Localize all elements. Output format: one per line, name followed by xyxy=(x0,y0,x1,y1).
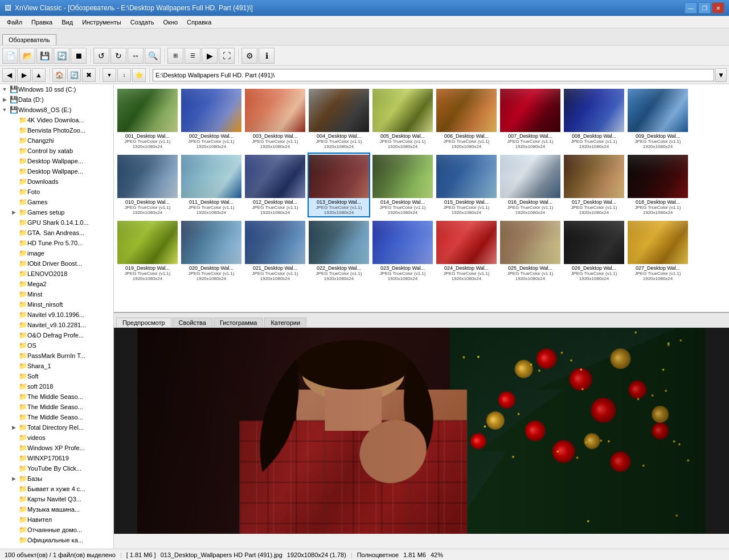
tree-item-20[interactable]: 📁Minst xyxy=(0,289,113,299)
flip-h-button[interactable]: ↔ xyxy=(128,48,144,64)
thumbnail-item-11[interactable]: 012_Desktop Wal...JPEG TrueColor (v1.1)1… xyxy=(244,153,306,217)
tree-item-16[interactable]: 📁image xyxy=(0,248,113,258)
tree-item-9[interactable]: 📁Downloads xyxy=(0,176,113,187)
tree-expand-1[interactable]: ▶ xyxy=(0,95,9,104)
thumbnail-item-5[interactable]: 006_Desktop Wal...JPEG TrueColor (v1.1)1… xyxy=(435,87,498,151)
tree-item-25[interactable]: 📁OS xyxy=(0,340,113,351)
tree-expand-33[interactable]: ▶ xyxy=(9,423,18,432)
thumbnail-item-26[interactable]: 027_Desktop Wal...JPEG TrueColor (v1.1)1… xyxy=(626,219,689,283)
search-button[interactable]: 🔍 xyxy=(145,48,161,64)
preview-tab-categories[interactable]: Категории xyxy=(264,318,306,327)
menu-file[interactable]: Файл xyxy=(2,18,27,27)
tree-item-19[interactable]: 📁Mega2 xyxy=(0,279,113,289)
nav-up-button[interactable]: ▲ xyxy=(32,68,46,82)
thumbnail-item-22[interactable]: 023_Desktop Wal...JPEG TrueColor (v1.1)1… xyxy=(371,219,434,283)
nav-refresh-button[interactable]: 🔄 xyxy=(67,68,81,82)
settings-button[interactable]: ⚙ xyxy=(241,48,257,64)
minimize-button[interactable]: — xyxy=(685,2,697,14)
view-list-button[interactable]: ☰ xyxy=(185,48,200,64)
close-button[interactable]: ✕ xyxy=(712,2,724,14)
tree-item-12[interactable]: ▶📁Games setup xyxy=(0,207,113,217)
tree-item-27[interactable]: 📁Shara_1 xyxy=(0,361,113,371)
thumbnail-item-25[interactable]: 026_Desktop Wal...JPEG TrueColor (v1.1)1… xyxy=(563,219,625,283)
tree-item-44[interactable]: 📁Официальные ка... xyxy=(0,535,113,545)
tree-expand-0[interactable]: ▼ xyxy=(0,85,9,94)
thumbnail-item-10[interactable]: 011_Desktop Wal...JPEG TrueColor (v1.1)1… xyxy=(180,153,243,217)
open-button[interactable]: 📂 xyxy=(19,48,35,64)
tree-item-1[interactable]: ▶💾Data (D:) xyxy=(0,94,113,105)
tree-item-33[interactable]: ▶📁Total Directory Rel... xyxy=(0,422,113,433)
thumbnail-item-19[interactable]: 020_Desktop Wal...JPEG TrueColor (v1.1)1… xyxy=(180,219,243,283)
thumbnail-item-2[interactable]: 003_Desktop Wal...JPEG TrueColor (v1.1)1… xyxy=(244,87,306,151)
menu-tools[interactable]: Инструменты xyxy=(77,18,126,27)
tree-item-43[interactable]: 📁Отчаянные домо... xyxy=(0,525,113,535)
nav-forward-button[interactable]: ▶ xyxy=(17,68,31,82)
thumbnail-item-0[interactable]: 001_Desktop Wal...JPEG TrueColor (v1.1)1… xyxy=(116,87,179,151)
tree-item-2[interactable]: ▼💾Windows8_OS (E:) xyxy=(0,105,113,115)
nav-sort-button[interactable]: ↕ xyxy=(117,68,131,82)
tree-item-23[interactable]: 📁Navitel_v9.10.2281... xyxy=(0,320,113,330)
tree-item-22[interactable]: 📁Navitel v9.10.1996... xyxy=(0,310,113,320)
menu-window[interactable]: Окно xyxy=(159,18,183,27)
thumbnail-item-4[interactable]: 005_Desktop Wal...JPEG TrueColor (v1.1)1… xyxy=(371,87,434,151)
thumbnail-item-21[interactable]: 022_Desktop Wal...JPEG TrueColor (v1.1)1… xyxy=(308,219,370,283)
nav-home-button[interactable]: 🏠 xyxy=(52,68,66,82)
restore-button[interactable]: ❐ xyxy=(698,2,711,14)
thumbnail-item-20[interactable]: 021_Desktop Wal...JPEG TrueColor (v1.1)1… xyxy=(244,219,306,283)
nav-back-button[interactable]: ◀ xyxy=(2,68,16,82)
tree-item-31[interactable]: 📁The Middle Seaso... xyxy=(0,402,113,412)
menu-view[interactable]: Вид xyxy=(57,18,77,27)
tree-item-39[interactable]: 📁Бывает и хуже 4 с... xyxy=(0,484,113,494)
thumbnail-item-17[interactable]: 018_Desktop Wal...JPEG TrueColor (v1.1)1… xyxy=(626,153,689,217)
save-button[interactable]: 💾 xyxy=(36,48,52,64)
thumbnail-item-9[interactable]: 010_Desktop Wal...JPEG TrueColor (v1.1)1… xyxy=(116,153,179,217)
tree-item-28[interactable]: 📁Soft xyxy=(0,371,113,381)
view-grid-button[interactable]: ⊞ xyxy=(167,48,183,64)
preview-tab-histogram[interactable]: Гистограмма xyxy=(214,318,264,327)
tree-item-41[interactable]: 📁Музыка машина... xyxy=(0,504,113,514)
info-button[interactable]: ℹ xyxy=(259,48,275,64)
tree-item-35[interactable]: 📁Windows XP Profe... xyxy=(0,443,113,453)
thumbnail-item-6[interactable]: 007_Desktop Wal...JPEG TrueColor (v1.1)1… xyxy=(499,87,562,151)
nav-filter-button[interactable]: ▼ xyxy=(103,68,116,82)
tree-item-32[interactable]: 📁The Middle Seaso... xyxy=(0,412,113,422)
nav-star-button[interactable]: ⭐ xyxy=(132,68,146,82)
menu-create[interactable]: Создать xyxy=(126,18,159,27)
nav-stop-button[interactable]: ✖ xyxy=(82,68,96,82)
refresh-button[interactable]: 🔄 xyxy=(54,48,69,64)
tree-item-14[interactable]: 📁GTA. San Andreas... xyxy=(0,228,113,238)
fullscreen-button[interactable]: ⛶ xyxy=(219,48,235,64)
tree-expand-38[interactable]: ▶ xyxy=(9,474,18,483)
menu-edit[interactable]: Правка xyxy=(27,18,57,27)
tree-item-21[interactable]: 📁Minst_nirsoft xyxy=(0,299,113,310)
thumbnail-item-12[interactable]: 013_Desktop Wal...JPEG TrueColor (v1.1)1… xyxy=(308,153,370,217)
thumbnail-item-8[interactable]: 009_Desktop Wal...JPEG TrueColor (v1.1)1… xyxy=(626,87,689,151)
path-go-button[interactable]: ▼ xyxy=(715,68,727,82)
tree-item-40[interactable]: 📁Карты Navitel Q3... xyxy=(0,494,113,504)
menu-help[interactable]: Справка xyxy=(182,18,216,27)
path-input[interactable] xyxy=(153,69,714,81)
thumbnail-item-7[interactable]: 008_Desktop Wal...JPEG TrueColor (v1.1)1… xyxy=(563,87,625,151)
tree-item-37[interactable]: 📁YouTube By Click... xyxy=(0,463,113,473)
tree-item-26[interactable]: 📁PassMark BurnIn T... xyxy=(0,351,113,361)
tree-item-34[interactable]: 📁videos xyxy=(0,433,113,443)
tree-item-18[interactable]: 📁LENOVO2018 xyxy=(0,269,113,279)
slideshow-button[interactable]: ▶ xyxy=(202,48,218,64)
tree-item-42[interactable]: 📁Навител xyxy=(0,514,113,525)
thumbnail-item-16[interactable]: 017_Desktop Wal...JPEG TrueColor (v1.1)1… xyxy=(563,153,625,217)
tree-item-17[interactable]: 📁IObit Driver Boost... xyxy=(0,258,113,269)
tab-browser[interactable]: Обозреватель xyxy=(2,34,56,45)
tree-item-11[interactable]: 📁Games xyxy=(0,197,113,207)
thumbnail-item-23[interactable]: 024_Desktop Wal...JPEG TrueColor (v1.1)1… xyxy=(435,219,498,283)
tree-item-8[interactable]: 📁Desktop Wallpape... xyxy=(0,166,113,176)
rotate-left-button[interactable]: ↺ xyxy=(93,48,109,64)
rotate-right-button[interactable]: ↻ xyxy=(110,48,126,64)
tree-item-24[interactable]: 📁O&O Defrag Profe... xyxy=(0,330,113,340)
tree-item-29[interactable]: 📁soft 2018 xyxy=(0,381,113,392)
tree-item-0[interactable]: ▼💾Windows 10 ssd (C:) xyxy=(0,84,113,94)
tree-item-3[interactable]: 📁4K Video Downloa... xyxy=(0,115,113,125)
thumbnail-item-18[interactable]: 019_Desktop Wal...JPEG TrueColor (v1.1)1… xyxy=(116,219,179,283)
tree-item-38[interactable]: ▶📁Базы xyxy=(0,473,113,484)
tree-item-5[interactable]: 📁Changzhi xyxy=(0,135,113,146)
thumbnail-item-24[interactable]: 025_Desktop Wal...JPEG TrueColor (v1.1)1… xyxy=(499,219,562,283)
